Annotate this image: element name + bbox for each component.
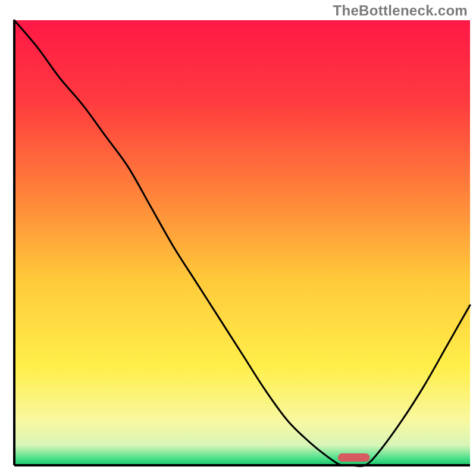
gradient-background [14, 20, 470, 465]
chart-svg [0, 0, 476, 476]
bottleneck-chart: TheBottleneck.com [0, 0, 476, 476]
watermark-text: TheBottleneck.com [333, 2, 468, 19]
plot-area [14, 20, 470, 466]
optimal-range-marker [338, 453, 370, 462]
